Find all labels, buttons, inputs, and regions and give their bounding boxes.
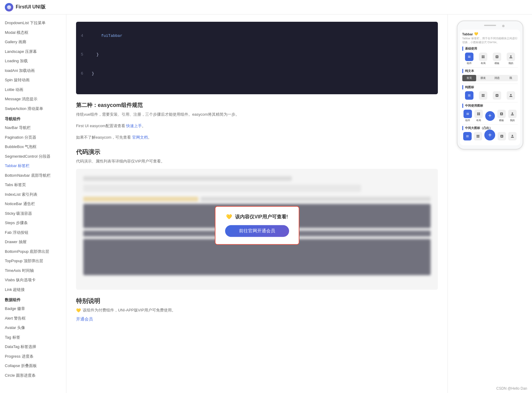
sidebar-item-spin[interactable]: Spin 旋转动画 xyxy=(0,75,66,85)
csdn-footer: CSDN @Hello Dan xyxy=(496,386,527,391)
icon-label: 组件 xyxy=(465,119,470,122)
phone-icon-item: 模板 xyxy=(497,110,506,122)
section-label-middle: 中间使用图标 xyxy=(462,104,518,108)
second-method-desc3: 如果不了解easycom，可先查看 官网文档。 xyxy=(76,134,438,141)
sidebar-item-landscape[interactable]: Landscape 压屏幕 xyxy=(0,47,66,56)
section-label-basic: 基础使用 xyxy=(462,47,518,51)
sidebar-item-loading[interactable]: Loading 加载 xyxy=(0,56,66,66)
sidebar-item-drawer[interactable]: Drawer 抽屉 xyxy=(0,237,66,247)
svg-rect-8 xyxy=(483,94,484,95)
svg-rect-10 xyxy=(483,96,484,97)
tab-me[interactable]: 我 xyxy=(504,75,518,81)
demo-desc: 代码演示、属性列表等详细内容仅VIP用户可查看。 xyxy=(76,159,438,164)
vip-overlay: 💛 该内容仅VIP用户可查看! 前往官网开通会员 xyxy=(215,206,299,245)
svg-rect-11 xyxy=(477,113,478,114)
sidebar-item-timeaxis[interactable]: TimeAxis 时间轴 xyxy=(0,266,66,275)
vip-button[interactable]: 前往官网开通会员 xyxy=(225,225,289,237)
code-line-5: 5 } xyxy=(81,52,433,58)
phone-top xyxy=(460,25,520,27)
demo-section-title: 代码演示 xyxy=(76,148,438,156)
sidebar-item-tag[interactable]: Tag 标签 xyxy=(0,333,66,342)
sidebar-item-swipeaction[interactable]: SwipeAction 滑动菜单 xyxy=(0,104,66,114)
demo-area: 💛 该内容仅VIP用户可查看! 前往官网开通会员 xyxy=(76,169,438,290)
sidebar-item-dropdown[interactable]: DropdownList 下拉菜单 xyxy=(0,18,66,28)
middle-icon-4 xyxy=(508,110,517,118)
sidebar-item-loadani[interactable]: loadAni 加载动画 xyxy=(0,66,66,76)
svg-rect-3 xyxy=(482,56,483,57)
sidebar-item-gallery[interactable]: Gallery 画廊 xyxy=(0,37,66,47)
fab-prominent-icon: + xyxy=(484,130,495,140)
phone-icon-row-middle: 组件 布局 + xyxy=(462,110,518,122)
svg-point-1 xyxy=(8,6,9,7)
icon-label: 模板 xyxy=(495,62,499,65)
second-method-title: 第二种：easycom组件规范 xyxy=(76,101,438,109)
phone-section-text: 纯文本 首页 朋友 消息 我 xyxy=(462,69,518,81)
sidebar-item-tabbar[interactable]: Tabbar 标签栏 xyxy=(0,161,66,171)
sidebar-item-alert[interactable]: Alert 警告框 xyxy=(0,314,66,323)
phone-section-prominent: 中间大图标（凸出） + xyxy=(462,126,518,140)
phone-icon-item: 我的 xyxy=(507,53,515,65)
section-label-text: 纯文本 xyxy=(462,69,518,73)
sidebar-item-indexlist[interactable]: IndexList 索引列表 xyxy=(0,190,66,199)
sidebar-item-bottompopup[interactable]: BottomPopup 底部弹出层 xyxy=(0,247,66,256)
svg-rect-4 xyxy=(483,56,484,57)
code-line-6: 6 } xyxy=(81,71,433,77)
sidebar-item-collapse[interactable]: Collapse 折叠面板 xyxy=(0,361,66,371)
svg-rect-18 xyxy=(478,137,479,138)
sidebar-item-bottomnavbar[interactable]: BottomNavbar 底部导航栏 xyxy=(0,171,66,180)
open-membership-link[interactable]: 开通会员 xyxy=(76,317,93,321)
icon-label: 我的 xyxy=(510,119,515,122)
official-docs-link[interactable]: 官网文档 xyxy=(132,135,148,140)
sidebar-item-circle[interactable]: Circle 圆形进度条 xyxy=(0,371,66,380)
phone-section-middle-icon: 中间使用图标 组件 布局 xyxy=(462,104,518,122)
sidebar-item-toppopup[interactable]: TopPopup 顶部弹出层 xyxy=(0,256,66,266)
phone-icon-item xyxy=(474,132,482,140)
section-label-icons: 纯图标 xyxy=(462,85,518,89)
phone-icon-item xyxy=(465,91,473,100)
fab-center-icon: + xyxy=(485,111,495,121)
sidebar-item-badge[interactable]: Badge 徽章 xyxy=(0,304,66,314)
code-content: } xyxy=(92,52,99,58)
icon-gray-2 xyxy=(493,91,501,100)
svg-rect-12 xyxy=(479,113,480,114)
phone-icon-item xyxy=(507,91,515,100)
tab-home[interactable]: 首页 xyxy=(462,75,476,81)
svg-rect-16 xyxy=(478,135,479,136)
phone-icon-item xyxy=(463,132,472,140)
line-number: 4 xyxy=(81,33,87,39)
sidebar-item-steps[interactable]: Steps 步骤条 xyxy=(0,218,66,228)
tab-friends[interactable]: 朋友 xyxy=(476,75,490,81)
sidebar-item-lottie[interactable]: Lottie 动画 xyxy=(0,85,66,95)
sidebar-item-link[interactable]: Link 超链接 xyxy=(0,285,66,295)
sidebar-item-avatar[interactable]: Avatar 头像 xyxy=(0,323,66,333)
middle-icon-2 xyxy=(474,110,483,118)
sidebar-item-message[interactable]: Message 消息提示 xyxy=(0,94,66,104)
phone-icon-item: + xyxy=(484,132,495,140)
membership-link-container: 开通会员 xyxy=(76,317,438,322)
sidebar-item-noticebar[interactable]: NoticeBar 通告栏 xyxy=(0,199,66,209)
sidebar-item-fab[interactable]: Fab 浮动按钮 xyxy=(0,228,66,237)
sidebar-item-progress[interactable]: Progress 进度条 xyxy=(0,352,66,361)
middle-icon-3 xyxy=(497,110,506,118)
sidebar-item-vtabs[interactable]: Vtabs 纵向选项卡 xyxy=(0,275,66,285)
sidebar-item-bubblebox[interactable]: BubbleBox 气泡框 xyxy=(0,142,66,152)
sidebar-item-sticky[interactable]: Sticky 吸顶容器 xyxy=(0,209,66,218)
phone-icon-item xyxy=(479,91,487,100)
sidebar-item-navbar[interactable]: NavBar 导航栏 xyxy=(0,123,66,133)
sidebar-item-modal[interactable]: Modal 模态框 xyxy=(0,28,66,37)
sidebar-item-segmentedcontrol[interactable]: SegmentedControl 分段器 xyxy=(0,152,66,161)
tab-messages[interactable]: 消息 xyxy=(490,75,504,81)
code-content: } xyxy=(92,71,94,77)
icon-label: 布局 xyxy=(481,62,486,65)
icon-blue xyxy=(465,91,473,100)
sidebar-item-tabs[interactable]: Tabs 标签页 xyxy=(0,180,66,190)
icon-gray-3 xyxy=(507,91,515,100)
mine-icon xyxy=(507,53,515,61)
icon-gray-1 xyxy=(479,91,487,100)
sidebar-item-pagination[interactable]: Pagination 分页器 xyxy=(0,133,66,142)
quickstart-link[interactable]: 快速上手 xyxy=(126,124,142,128)
sidebar-item-datatag[interactable]: DataTag 标签选择 xyxy=(0,342,66,352)
divider xyxy=(462,102,518,102)
phone-icon-item xyxy=(508,132,517,140)
sidebar-section-nav: 导航组件 xyxy=(0,113,66,123)
